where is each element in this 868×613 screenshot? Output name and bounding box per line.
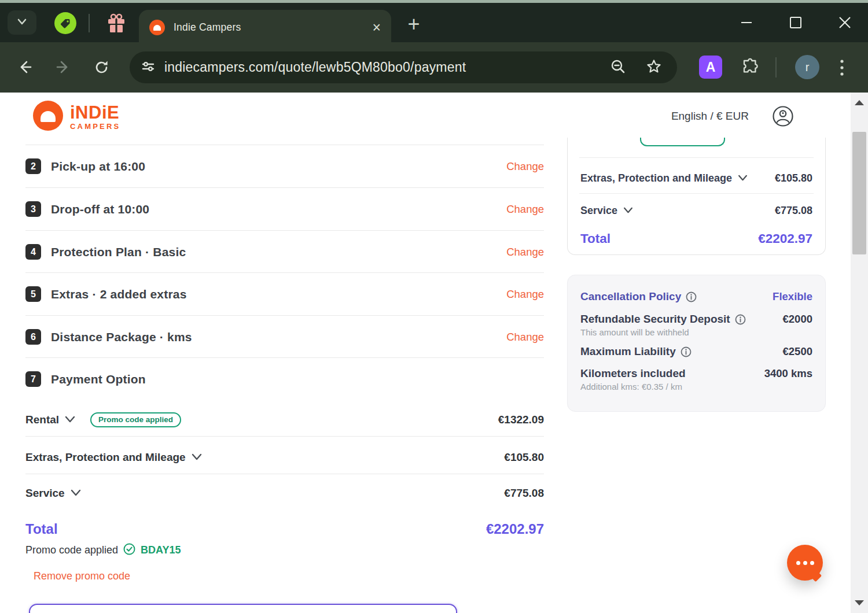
maximize-button[interactable] — [787, 11, 804, 34]
promo-code-value: BDAY15 — [141, 544, 181, 556]
bookmark-star-icon[interactable] — [646, 58, 662, 77]
scroll-down-arrow[interactable] — [855, 600, 864, 605]
url-text[interactable]: indiecampers.com/quote/lewb5QM80bo0/paym… — [164, 60, 466, 75]
tab-search-button[interactable] — [8, 10, 36, 35]
change-link[interactable]: Change — [506, 246, 544, 259]
language-currency-selector[interactable]: English / € EUR — [671, 110, 749, 123]
tabbar-divider — [89, 14, 90, 32]
service-row: Service €775.08 — [25, 479, 544, 508]
chevron-down-icon[interactable] — [738, 173, 748, 183]
cancellation-policy-label: Cancellation Policy — [580, 290, 681, 303]
tab-title: Indie Campers — [174, 21, 241, 34]
chevron-down-icon[interactable] — [192, 452, 202, 463]
payment-option-box[interactable] — [29, 604, 457, 613]
account-icon[interactable] — [772, 105, 794, 130]
kilometers-label: Kilometers included — [580, 367, 686, 380]
step-number-badge: 6 — [25, 329, 41, 345]
rental-row: Rental Promo code applied €1322.09 — [25, 404, 544, 437]
new-tab-button[interactable]: + — [400, 11, 427, 38]
minimize-button[interactable] — [738, 11, 755, 34]
policy-card: Cancellation Policy Flexible Refundable … — [567, 275, 826, 412]
chevron-down-icon[interactable] — [65, 415, 75, 425]
summary-total-amount: €2202.97 — [758, 231, 812, 246]
step-row-extras: 5 Extras · 2 added extras Change — [25, 272, 544, 315]
step-title: Drop-off at 10:00 — [51, 202, 149, 216]
step-title: Extras · 2 added extras — [51, 287, 187, 301]
zoom-indicator-icon[interactable] — [610, 58, 626, 77]
close-tab-icon[interactable]: × — [372, 20, 381, 35]
change-link[interactable]: Change — [506, 331, 544, 344]
browser-tab-indie-campers[interactable]: Indie Campers × — [139, 10, 391, 45]
step-title: Pick-up at 16:00 — [51, 160, 145, 173]
total-label: Total — [25, 521, 58, 537]
scrollbar-thumb[interactable] — [852, 132, 866, 254]
max-liability-label: Maximum Liability — [580, 345, 676, 358]
promo-applied-text: Promo code applied — [25, 544, 118, 556]
total-row: Total €2202.97 — [25, 518, 544, 541]
summary-extras-label: Extras, Protection and Mileage — [580, 172, 732, 184]
rental-label: Rental — [25, 413, 59, 426]
extras-row: Extras, Protection and Mileage €105.80 — [25, 441, 544, 474]
cancellation-policy-value: Flexible — [773, 290, 812, 303]
step-row-pickup: 2 Pick-up at 16:00 Change — [25, 145, 544, 187]
checkout-steps: 2 Pick-up at 16:00 Change 3 Drop-off at … — [25, 93, 544, 613]
extension-a-button[interactable]: A — [699, 56, 722, 79]
info-icon[interactable] — [681, 346, 692, 357]
forward-button[interactable] — [56, 60, 71, 75]
step-row-payment: 7 Payment Option — [25, 357, 544, 400]
change-link[interactable]: Change — [506, 203, 544, 216]
cancellation-policy-row: Cancellation Policy Flexible — [580, 290, 812, 303]
promo-applied-chip: Promo code applied — [90, 412, 181, 427]
browser-toolbar: indiecampers.com/quote/lewb5QM80bo0/paym… — [0, 42, 868, 93]
extras-amount: €105.80 — [504, 451, 544, 464]
price-summary-card: Extras, Protection and Mileage €105.80 S… — [567, 138, 826, 255]
promo-tag-icon[interactable] — [54, 12, 76, 34]
check-circle-icon — [123, 543, 135, 557]
service-label: Service — [25, 487, 65, 500]
remove-promo-link[interactable]: Remove promo code — [34, 570, 130, 582]
chat-widget-button[interactable] — [787, 545, 823, 581]
rental-amount: €1322.09 — [498, 413, 544, 426]
security-deposit-value: €2000 — [783, 313, 812, 326]
profile-avatar[interactable]: r — [795, 55, 819, 79]
chevron-down-icon[interactable] — [623, 205, 633, 216]
chevron-down-icon — [14, 14, 30, 31]
omnibox-actions — [610, 58, 665, 77]
page-scrollbar[interactable] — [851, 93, 868, 613]
step-title: Protection Plan · Basic — [51, 245, 186, 259]
step-row-protection: 4 Protection Plan · Basic Change — [25, 230, 544, 273]
back-button[interactable] — [17, 60, 32, 75]
info-icon[interactable] — [686, 291, 697, 302]
divider — [579, 193, 814, 194]
site-settings-icon[interactable] — [141, 60, 155, 76]
gift-icon[interactable] — [105, 12, 127, 35]
toolbar-divider — [775, 57, 777, 77]
info-icon[interactable] — [735, 314, 746, 325]
step-row-dropoff: 3 Drop-off at 10:00 Change — [25, 187, 544, 230]
summary-service-row: Service €775.08 — [580, 198, 812, 223]
step-number-badge: 7 — [25, 371, 41, 387]
chevron-down-icon[interactable] — [71, 488, 81, 498]
reload-button[interactable] — [94, 60, 109, 75]
extras-label: Extras, Protection and Mileage — [25, 451, 186, 464]
page-content: iNDiE CAMPERS English / € EUR 2 Pick-up … — [0, 93, 868, 613]
change-link[interactable]: Change — [506, 288, 544, 301]
total-amount: €2202.97 — [486, 521, 544, 537]
browser-menu-icon[interactable] — [839, 58, 845, 80]
summary-total-row: Total €2202.97 — [580, 227, 812, 250]
site-favicon — [149, 20, 165, 35]
close-window-button[interactable] — [836, 11, 854, 34]
change-link[interactable]: Change — [506, 160, 544, 173]
kilometers-note: Additional kms: €0.35 / km — [580, 382, 812, 392]
address-bar[interactable]: indiecampers.com/quote/lewb5QM80bo0/paym… — [130, 51, 677, 83]
window-controls — [738, 11, 854, 34]
summary-service-label: Service — [580, 205, 617, 217]
extensions-puzzle-icon[interactable] — [741, 58, 760, 80]
step-number-badge: 4 — [25, 244, 41, 260]
tab-bar: Indie Campers × + — [0, 3, 868, 42]
scroll-up-arrow[interactable] — [855, 100, 864, 105]
browser-window: Indie Campers × + — [0, 0, 868, 613]
summary-service-amount: €775.08 — [775, 205, 812, 217]
service-amount: €775.08 — [504, 487, 544, 500]
summary-extras-row: Extras, Protection and Mileage €105.80 — [580, 165, 812, 191]
